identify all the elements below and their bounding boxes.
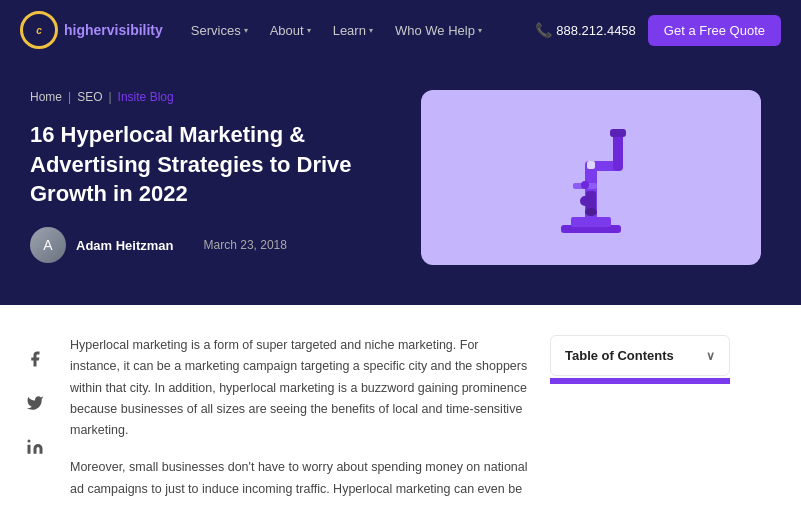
breadcrumb: Home | SEO | Insite Blog: [30, 90, 391, 104]
svg-rect-4: [613, 133, 623, 171]
chevron-down-icon: ∨: [706, 349, 715, 363]
publish-date: March 23, 2018: [204, 238, 287, 252]
svg-rect-9: [587, 161, 595, 169]
nav-learn[interactable]: Learn ▾: [325, 19, 381, 42]
phone-number[interactable]: 📞 888.212.4458: [535, 22, 636, 38]
chevron-down-icon: ▾: [307, 26, 311, 35]
toc-purple-bar: [550, 378, 730, 384]
chevron-down-icon: ▾: [369, 26, 373, 35]
nav-links: Services ▾ About ▾ Learn ▾ Who We Help ▾: [183, 19, 535, 42]
nav-services[interactable]: Services ▾: [183, 19, 256, 42]
article-paragraph-2: Moreover, small businesses don't have to…: [70, 457, 530, 500]
nav-who-we-help[interactable]: Who We Help ▾: [387, 19, 490, 42]
hero-section: Home | SEO | Insite Blog 16 Hyperlocal M…: [0, 60, 801, 305]
author-name: Adam Heitzman: [76, 238, 174, 253]
breadcrumb-sep1: |: [68, 90, 71, 104]
svg-point-11: [581, 181, 589, 189]
breadcrumb-active: Insite Blog: [118, 90, 174, 104]
hero-image-area: [411, 90, 772, 265]
breadcrumb-sep2: |: [108, 90, 111, 104]
content-area: Hyperlocal marketing is a form of super …: [0, 305, 801, 531]
chevron-down-icon: ▾: [478, 26, 482, 35]
logo[interactable]: c highervisibility: [20, 11, 163, 49]
breadcrumb-seo[interactable]: SEO: [77, 90, 102, 104]
logo-c: c: [36, 25, 42, 36]
article-paragraph-1: Hyperlocal marketing is a form of super …: [70, 335, 530, 441]
chevron-down-icon: ▾: [244, 26, 248, 35]
navbar: c highervisibility Services ▾ About ▾ Le…: [0, 0, 801, 60]
svg-point-10: [580, 196, 590, 206]
toc-sidebar: Table of Contents ∨: [550, 335, 730, 516]
phone-icon: 📞: [535, 22, 552, 38]
article-body: Hyperlocal marketing is a form of super …: [70, 335, 530, 516]
hero-image-box: [421, 90, 761, 265]
toc-label: Table of Contents: [565, 348, 674, 363]
hero-title: 16 Hyperlocal Marketing & Advertising St…: [30, 120, 391, 209]
logo-text: highervisibility: [64, 22, 163, 38]
avatar: A: [30, 227, 66, 263]
logo-oval: c: [20, 11, 58, 49]
svg-point-12: [28, 440, 31, 443]
nav-about[interactable]: About ▾: [262, 19, 319, 42]
breadcrumb-home[interactable]: Home: [30, 90, 62, 104]
hero-content: Home | SEO | Insite Blog 16 Hyperlocal M…: [30, 90, 391, 265]
facebook-icon[interactable]: [21, 345, 49, 373]
author-area: A Adam Heitzman March 23, 2018: [30, 227, 391, 263]
toc-box: Table of Contents ∨: [550, 335, 730, 376]
twitter-icon[interactable]: [21, 389, 49, 417]
svg-point-7: [585, 208, 597, 216]
svg-rect-5: [610, 129, 626, 137]
linkedin-icon[interactable]: [21, 433, 49, 461]
social-sidebar: [20, 335, 50, 516]
cta-button[interactable]: Get a Free Quote: [648, 15, 781, 46]
microscope-illustration: [541, 113, 641, 243]
toc-toggle[interactable]: Table of Contents ∨: [551, 336, 729, 375]
